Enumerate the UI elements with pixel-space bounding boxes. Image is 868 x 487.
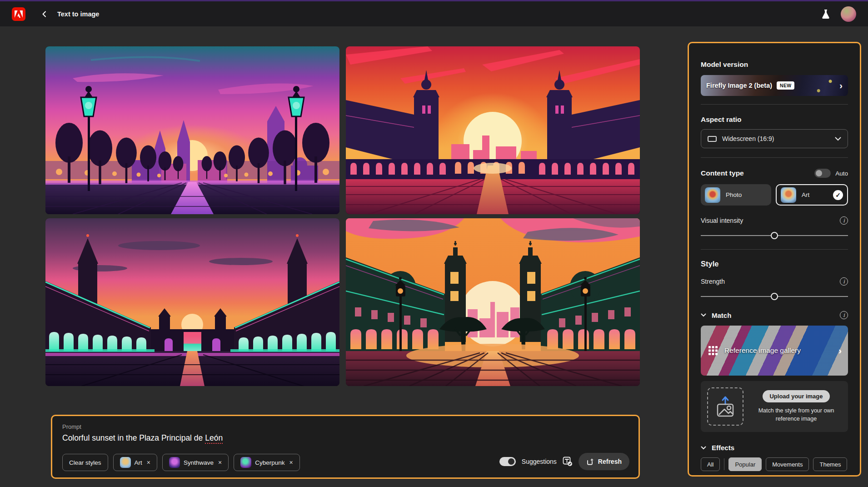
generated-image-2[interactable] (346, 46, 640, 214)
remove-chip-icon[interactable]: × (218, 459, 222, 466)
effects-tab-all[interactable]: All (701, 457, 720, 471)
upload-your-image-button[interactable]: Upload your image (763, 390, 829, 402)
style-chip-synthwave[interactable]: Synthwave × (162, 454, 229, 471)
info-icon[interactable]: i (840, 216, 848, 225)
settings-panel: Model version Firefly Image 2 (beta) NEW… (688, 42, 861, 477)
visual-intensity-label: Visual intensity (701, 217, 743, 224)
effects-tabs: All Popular Movements Themes (701, 457, 848, 471)
generated-image-3[interactable] (45, 218, 339, 386)
chevron-down-icon (835, 137, 841, 141)
generated-image-1[interactable] (45, 46, 339, 214)
effects-tab-themes[interactable]: Themes (813, 457, 847, 471)
prompt-label: Prompt (62, 423, 629, 430)
collapse-chevron-icon[interactable] (701, 312, 706, 318)
topbar: Text to image (0, 1, 868, 26)
selected-check-icon: ✓ (833, 190, 843, 200)
upload-caption: Match the style from your own reference … (751, 407, 842, 423)
gallery-label: Reference image gallery (724, 346, 801, 355)
upload-reference-card: Upload your image Match the style from y… (701, 381, 848, 432)
beaker-icon[interactable] (821, 9, 831, 20)
aspect-ratio-dropdown[interactable]: Widescreen (16:9) (701, 129, 848, 148)
info-icon[interactable]: i (840, 277, 848, 286)
style-heading: Style (701, 260, 848, 268)
back-button[interactable] (39, 9, 50, 20)
divider (701, 157, 848, 158)
regenerate-icon (586, 458, 594, 466)
chevron-right-icon: › (839, 81, 843, 90)
prompt-text: Colorful sunset in the Plaza Principal d… (62, 433, 203, 442)
match-heading[interactable]: Match (712, 311, 731, 319)
prompt-text-misspelled: León (205, 433, 223, 444)
content-type-art[interactable]: Art ✓ (776, 184, 848, 206)
divider (701, 249, 848, 250)
model-version-selector[interactable]: Firefly Image 2 (beta) NEW › (701, 75, 848, 96)
widescreen-icon (708, 136, 717, 142)
collapse-chevron-icon[interactable] (701, 445, 706, 451)
chevron-right-icon: › (838, 346, 842, 355)
model-version-value: Firefly Image 2 (beta) (706, 82, 772, 89)
user-avatar[interactable] (841, 6, 856, 22)
auto-label: Auto (835, 170, 848, 177)
content-type-heading: Content type (701, 169, 744, 177)
reference-image-gallery[interactable]: Reference image gallery › (701, 326, 848, 376)
prompt-panel: Prompt Colorful sunset in the Plaza Prin… (51, 415, 640, 479)
refresh-button[interactable]: Refresh (579, 453, 629, 470)
suggestions-label: Suggestions (522, 458, 557, 465)
prompt-input[interactable]: Colorful sunset in the Plaza Principal d… (62, 433, 629, 443)
model-version-heading: Model version (701, 60, 848, 69)
synthwave-style-thumbnail-icon (169, 457, 180, 468)
text-suggestions-icon[interactable] (563, 457, 573, 467)
clear-styles-button[interactable]: Clear styles (62, 454, 108, 471)
auto-content-type-toggle[interactable] (814, 169, 831, 178)
content-type-photo[interactable]: Photo (701, 184, 771, 206)
remove-chip-icon[interactable]: × (147, 459, 150, 466)
grid-icon (707, 345, 719, 356)
art-style-thumbnail-icon (120, 457, 131, 468)
effects-tab-popular[interactable]: Popular (728, 457, 762, 471)
page-title: Text to image (57, 10, 99, 18)
style-chip-cyberpunk[interactable]: Cyberpunk × (234, 454, 299, 471)
style-chip-row: Clear styles Art × Synthwave × Cyberpunk… (62, 454, 300, 471)
firefly-text-to-image-app: Text to image (0, 0, 868, 487)
cyberpunk-style-thumbnail-icon (240, 457, 251, 468)
suggestions-toggle[interactable] (499, 457, 516, 466)
adobe-logo-icon[interactable] (12, 7, 25, 21)
visual-intensity-slider[interactable] (701, 232, 848, 239)
upload-image-icon (713, 394, 738, 419)
new-badge: NEW (777, 81, 794, 90)
remove-chip-icon[interactable]: × (289, 459, 293, 466)
effects-heading[interactable]: Effects (712, 444, 734, 452)
effects-tab-movements[interactable]: Movements (766, 457, 809, 471)
generated-image-4[interactable] (346, 218, 640, 386)
aspect-ratio-value: Widescreen (16:9) (722, 135, 774, 142)
art-thumbnail-icon (781, 187, 796, 203)
upload-dropzone[interactable] (707, 387, 743, 426)
style-chip-art[interactable]: Art × (113, 454, 157, 471)
info-icon[interactable]: i (840, 311, 848, 319)
strength-label: Strength (701, 278, 725, 285)
divider (701, 104, 848, 105)
photo-thumbnail-icon (705, 187, 720, 203)
aspect-ratio-heading: Aspect ratio (701, 115, 848, 124)
strength-slider[interactable] (701, 293, 848, 300)
divider (724, 458, 724, 470)
